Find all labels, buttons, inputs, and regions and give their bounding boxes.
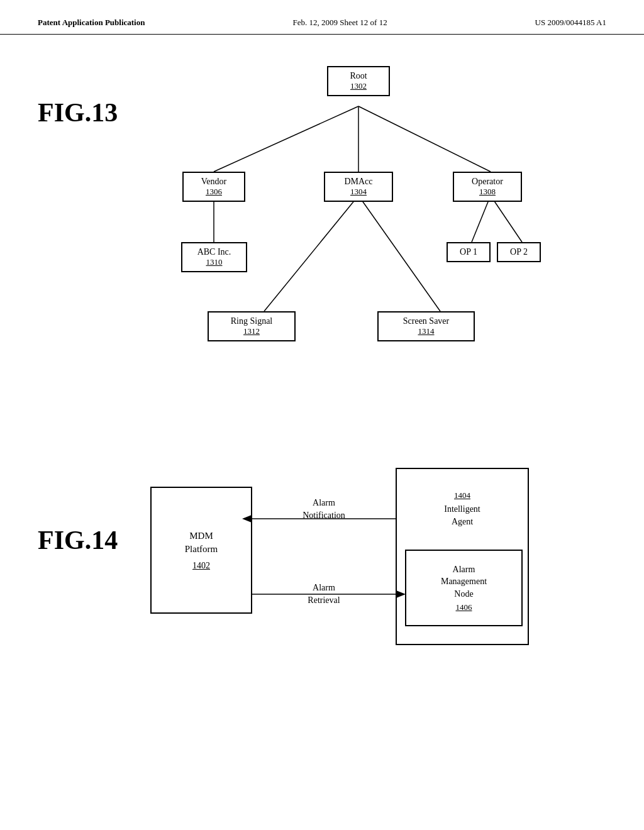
header-publication-type: Patent Application Publication <box>38 18 145 28</box>
svg-line-0 <box>214 106 358 172</box>
node-mdm: MDMPlatform 1402 <box>151 487 252 613</box>
node-root: Root 1302 <box>327 66 390 96</box>
svg-line-6 <box>264 196 358 311</box>
node-vendor: Vendor 1306 <box>182 172 245 202</box>
mdm-label: MDMPlatform <box>185 529 218 556</box>
fig14-section: FIG.14 MDMPlatform 1402 <box>38 437 606 676</box>
svg-marker-14 <box>396 590 406 598</box>
alarm-retrieval-label: AlarmRetrieval <box>261 582 387 606</box>
fig14-diagram: MDMPlatform 1402 AlarmNotification Alarm… <box>138 450 541 663</box>
amn-label: AlarmManagementNode <box>441 563 487 600</box>
fig14-label: FIG.14 <box>38 525 118 555</box>
fig13-label: FIG.13 <box>38 97 118 128</box>
amn-id: 1406 <box>456 602 472 612</box>
fig13-lines <box>138 60 579 399</box>
node-operator: Operator 1308 <box>453 172 522 202</box>
header-date-sheet: Feb. 12, 2009 Sheet 12 of 12 <box>292 18 387 28</box>
node-screensaver: Screen Saver 1314 <box>377 311 475 341</box>
svg-line-2 <box>358 106 491 172</box>
node-intelligent-agent: 1404 IntelligentAgent <box>396 468 528 550</box>
ia-label: IntelligentAgent <box>444 503 480 528</box>
header-patent-number: US 2009/0044185 A1 <box>535 18 606 28</box>
mdm-id: 1402 <box>192 561 210 571</box>
node-op1: OP 1 <box>447 242 491 262</box>
fig13-tree-container: Root 1302 Vendor 1306 DMAcc 1304 Operato… <box>138 60 579 399</box>
node-abcinc: ABC Inc. 1310 <box>181 242 247 272</box>
node-ringsignal: Ring Signal 1312 <box>208 311 296 341</box>
node-op2: OP 2 <box>497 242 541 262</box>
svg-line-7 <box>358 196 440 311</box>
svg-line-4 <box>472 196 491 242</box>
node-dmacc: DMAcc 1304 <box>324 172 393 202</box>
svg-line-5 <box>491 196 522 242</box>
main-content: FIG.13 <box>0 35 644 701</box>
ia-id: 1404 <box>454 490 470 501</box>
page-header: Patent Application Publication Feb. 12, … <box>0 0 644 35</box>
node-alarm-mgmt: AlarmManagementNode 1406 <box>406 550 522 626</box>
alarm-notification-label: AlarmNotification <box>261 497 387 521</box>
fig13-section: FIG.13 <box>38 60 606 399</box>
